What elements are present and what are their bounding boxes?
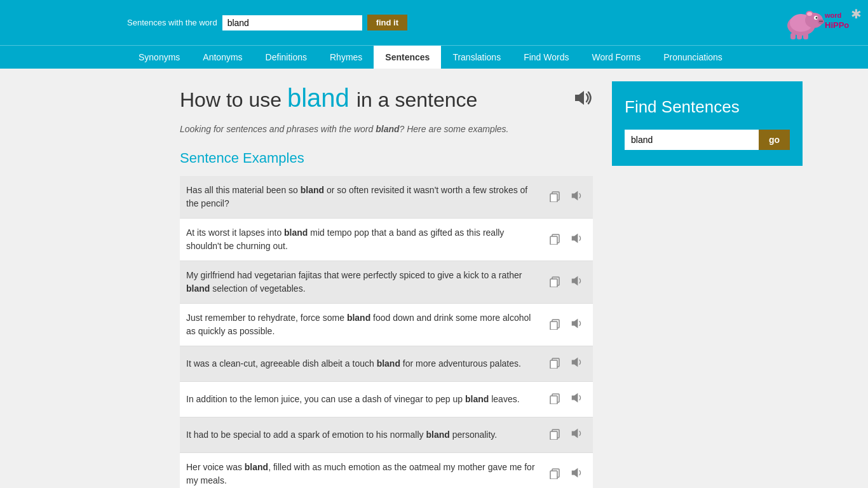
sound-button[interactable] <box>567 354 587 374</box>
title-word: bland <box>287 84 356 112</box>
logo-area: word HiPPo <box>779 5 855 40</box>
svg-rect-12 <box>803 33 808 39</box>
find-sentences-form: go <box>625 130 790 150</box>
svg-text:word: word <box>824 11 841 19</box>
nav-rhymes[interactable]: Rhymes <box>318 46 374 69</box>
speaker-small-icon <box>570 231 584 245</box>
sentence-row: It had to be special to add a spark of e… <box>180 417 593 453</box>
copy-icon <box>548 356 561 369</box>
speaker-small-icon <box>570 274 584 288</box>
copy-icon <box>548 232 561 245</box>
sentences-list: Has all this material been so bland or s… <box>180 176 593 488</box>
speaker-small-icon <box>570 391 584 405</box>
svg-marker-36 <box>572 428 578 438</box>
svg-marker-30 <box>572 357 578 367</box>
sentence-text: Her voice was bland, filled with as much… <box>186 461 539 487</box>
main-wrapper: How to use bland in a sentence Looking f… <box>53 69 815 488</box>
sentence-row: Has all this material been so bland or s… <box>180 176 593 219</box>
svg-rect-32 <box>550 396 557 404</box>
svg-marker-39 <box>572 468 578 477</box>
sentence-text: In addition to the lemon juice, you can … <box>186 393 539 406</box>
copy-button[interactable] <box>546 316 564 334</box>
copy-button[interactable] <box>546 188 564 207</box>
content-area: How to use bland in a sentence Looking f… <box>180 81 593 488</box>
svg-point-6 <box>816 17 818 19</box>
title-before: How to use <box>180 88 281 111</box>
sound-button[interactable] <box>567 230 587 250</box>
sentence-row: My girlfriend had vegetarian fajitas tha… <box>180 261 593 304</box>
copy-icon <box>548 317 561 330</box>
svg-marker-27 <box>572 318 578 328</box>
svg-marker-24 <box>572 276 578 285</box>
svg-text:HiPPo: HiPPo <box>825 20 849 30</box>
search-label: Sentences with the word <box>127 18 217 27</box>
sentence-row: In addition to the lemon juice, you can … <box>180 382 593 417</box>
nav-find-words[interactable]: Find Words <box>512 46 580 69</box>
find-sentences-box: Find Sentences go <box>612 81 803 166</box>
svg-marker-21 <box>572 233 578 243</box>
copy-button[interactable] <box>546 273 564 292</box>
speaker-small-icon <box>570 466 584 480</box>
find-sentences-input[interactable] <box>625 130 759 150</box>
speaker-small-icon <box>570 316 584 330</box>
copy-button[interactable] <box>546 390 564 409</box>
subtitle: Looking for sentences and phrases with t… <box>180 124 593 134</box>
nav-word-forms[interactable]: Word Forms <box>580 46 652 69</box>
copy-button[interactable] <box>546 426 564 444</box>
nav-antonyms[interactable]: Antonyms <box>191 46 254 69</box>
svg-rect-35 <box>550 431 557 440</box>
top-search-input[interactable] <box>222 15 362 30</box>
nav-translations[interactable]: Translations <box>441 46 512 69</box>
nav-synonyms[interactable]: Synonyms <box>127 46 191 69</box>
copy-icon <box>548 274 561 287</box>
copy-icon <box>548 466 561 479</box>
sentence-text: It was a clean-cut, agreeable dish albei… <box>186 357 539 370</box>
svg-point-4 <box>807 12 812 16</box>
sentence-text: At its worst it lapses into bland mid te… <box>186 226 539 253</box>
sound-button[interactable] <box>567 187 587 207</box>
sentence-actions <box>546 354 587 374</box>
find-sentences-title: Find Sentences <box>625 97 790 117</box>
top-bar: Sentences with the word find it word <box>0 0 868 45</box>
sentence-text: Just remember to rehydrate, force some b… <box>186 311 539 338</box>
sentence-actions <box>546 187 587 207</box>
sentence-actions <box>546 390 587 409</box>
svg-marker-15 <box>575 91 584 105</box>
sentence-actions <box>546 273 587 292</box>
svg-point-8 <box>820 21 821 22</box>
page-title: How to use bland in a sentence <box>180 81 593 114</box>
speaker-small-icon <box>570 355 584 369</box>
copy-button[interactable] <box>546 231 564 249</box>
sound-button[interactable] <box>567 464 587 484</box>
nav-sentences[interactable]: Sentences <box>374 46 441 69</box>
copy-icon <box>548 427 561 440</box>
sentence-row: Her voice was bland, filled with as much… <box>180 453 593 488</box>
find-it-button[interactable]: find it <box>367 15 407 30</box>
speaker-icon <box>573 88 593 108</box>
nav-pronunciations[interactable]: Pronunciations <box>652 46 734 69</box>
section-title: Sentence Examples <box>180 150 593 166</box>
sidebar: Find Sentences go <box>612 81 803 488</box>
sound-button[interactable] <box>567 315 587 335</box>
copy-button[interactable] <box>546 465 564 484</box>
logo: word HiPPo <box>779 5 855 40</box>
speaker-small-icon <box>570 189 584 203</box>
main-sound-button[interactable] <box>573 88 593 110</box>
nav-bar: Synonyms Antonyms Definitions Rhymes Sen… <box>0 45 868 69</box>
sound-button[interactable] <box>567 273 587 292</box>
title-after: in a sentence <box>356 88 477 111</box>
sound-button[interactable] <box>567 425 587 445</box>
go-button[interactable]: go <box>759 130 790 150</box>
sentence-text: My girlfriend had vegetarian fajitas tha… <box>186 269 539 295</box>
sentence-actions <box>546 315 587 335</box>
sound-button[interactable] <box>567 390 587 409</box>
svg-rect-23 <box>550 279 557 287</box>
svg-point-9 <box>822 21 823 22</box>
svg-marker-33 <box>572 393 578 402</box>
svg-rect-10 <box>790 33 796 39</box>
copy-button[interactable] <box>546 355 564 373</box>
svg-rect-38 <box>550 471 557 479</box>
svg-rect-11 <box>797 33 802 39</box>
sentence-text: It had to be special to add a spark of e… <box>186 428 539 442</box>
nav-definitions[interactable]: Definitions <box>254 46 318 69</box>
